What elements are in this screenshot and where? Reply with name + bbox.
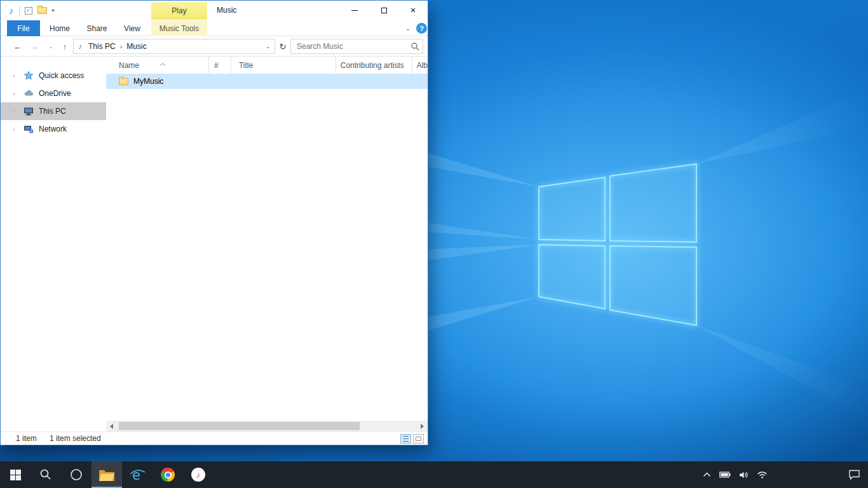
minimize-icon	[351, 10, 358, 11]
start-button[interactable]	[0, 461, 31, 488]
action-center-button[interactable]	[848, 461, 860, 488]
cloud-icon	[24, 88, 34, 98]
sidebar-item-quick-access[interactable]: › Quick access	[1, 67, 106, 85]
customize-toolbar-chevron-icon[interactable]: ▾	[52, 8, 55, 13]
refresh-button[interactable]: ↻	[276, 36, 289, 57]
file-row-mymusic[interactable]: MyMusic	[106, 74, 428, 89]
taskbar-search-button[interactable]	[31, 461, 61, 488]
scroll-right-icon	[421, 424, 424, 429]
horizontal-scrollbar[interactable]	[106, 421, 428, 431]
folder-icon	[119, 78, 128, 85]
music-folder-icon: ♪	[78, 42, 82, 51]
wifi-icon[interactable]	[757, 471, 768, 478]
screen: ♪ ✓ ▾ Play Music ✕ File Home Share View …	[0, 0, 868, 488]
minimize-button[interactable]	[340, 1, 369, 20]
file-explorer-window: ♪ ✓ ▾ Play Music ✕ File Home Share View …	[0, 0, 428, 445]
battery-icon[interactable]	[719, 471, 731, 478]
music-note-icon: ♪	[9, 6, 14, 15]
hidden-icons-chevron-icon[interactable]	[703, 472, 711, 477]
action-center-icon	[848, 470, 860, 480]
network-icon	[24, 124, 34, 134]
column-header-album[interactable]: Alb	[412, 57, 428, 74]
title-bar[interactable]: ♪ ✓ ▾ Play Music ✕	[1, 1, 428, 20]
navigation-pane: › Quick access › OneDrive ›	[1, 57, 106, 421]
tab-view[interactable]: View	[119, 20, 146, 36]
search-input[interactable]	[291, 42, 407, 51]
chrome-core	[166, 473, 170, 477]
navigation-bar: ← → ⌄ ↑ ♪ This PC › Music ⌄ ↻	[1, 36, 428, 57]
window-title: Music	[217, 1, 236, 20]
tab-share[interactable]: Share	[83, 20, 111, 36]
breadcrumb-this-pc[interactable]: This PC	[85, 39, 119, 53]
expand-chevron-icon[interactable]: ›	[13, 108, 15, 115]
expand-ribbon-chevron-icon[interactable]: ⌄	[402, 20, 414, 36]
sidebar-item-label: This PC	[39, 107, 66, 116]
computer-icon	[24, 106, 34, 116]
breadcrumb-music[interactable]: Music	[123, 39, 149, 53]
search-icon[interactable]	[407, 43, 423, 51]
large-icons-view-icon	[416, 437, 421, 441]
expand-chevron-icon[interactable]: ›	[13, 90, 15, 97]
column-header-name[interactable]: Name	[106, 57, 209, 74]
sidebar-item-onedrive[interactable]: › OneDrive	[1, 85, 106, 102]
new-folder-icon[interactable]	[37, 7, 47, 14]
status-bar: 1 item 1 item selected	[1, 431, 428, 445]
column-headers: Name # Title Contributing artists Alb	[106, 57, 428, 74]
scroll-left-icon	[110, 424, 113, 429]
volume-icon[interactable]	[739, 471, 749, 479]
details-view-icon	[403, 436, 409, 442]
scrollbar-thumb[interactable]	[119, 422, 360, 430]
maximize-icon	[381, 8, 387, 13]
properties-icon[interactable]: ✓	[25, 7, 32, 15]
sidebar-item-label: Network	[39, 125, 67, 133]
file-name: MyMusic	[133, 77, 163, 86]
scroll-left-button[interactable]	[106, 421, 117, 431]
internet-explorer-button[interactable]: e	[122, 461, 153, 488]
itunes-button[interactable]: ♪	[183, 461, 214, 488]
forward-button[interactable]: →	[27, 36, 41, 57]
cortana-button[interactable]	[61, 461, 92, 488]
check-icon: ✓	[26, 8, 31, 13]
tab-home[interactable]: Home	[46, 20, 73, 36]
contextual-group-chip: Play	[151, 2, 207, 20]
up-button[interactable]: ↑	[58, 36, 71, 57]
back-button[interactable]: ←	[11, 36, 25, 57]
maximize-button[interactable]	[369, 1, 398, 20]
help-button[interactable]: ?	[416, 23, 427, 34]
toolbar-separator	[19, 6, 20, 15]
cortana-icon	[70, 468, 83, 481]
music-app-icon: ♪	[191, 468, 205, 482]
search-icon	[39, 468, 52, 481]
sort-ascending-icon	[159, 57, 166, 69]
music-note-icon: ♪	[196, 471, 201, 479]
file-list: Name # Title Contributing artists Alb My…	[106, 57, 428, 421]
recent-locations-chevron-icon[interactable]: ⌄	[45, 36, 57, 57]
close-button[interactable]: ✕	[398, 1, 428, 20]
search-box[interactable]	[290, 39, 423, 54]
expand-chevron-icon[interactable]: ›	[13, 126, 15, 133]
chrome-ring	[165, 471, 172, 478]
window-controls: ✕	[340, 1, 428, 20]
address-bar[interactable]: ♪ This PC › Music ⌄	[73, 39, 275, 54]
taskbar-file-explorer-button[interactable]	[92, 461, 122, 488]
item-count: 1 item	[16, 432, 37, 445]
tab-music-tools[interactable]: Music Tools	[151, 20, 207, 36]
chrome-button[interactable]	[153, 461, 183, 488]
sidebar-item-this-pc[interactable]: › This PC	[1, 102, 106, 120]
internet-explorer-icon: e	[129, 466, 146, 483]
tab-file[interactable]: File	[7, 20, 40, 36]
sidebar-item-network[interactable]: › Network	[1, 120, 106, 138]
selection-count: 1 item selected	[50, 432, 101, 445]
quick-access-toolbar: ♪ ✓ ▾	[9, 1, 55, 20]
details-view-button[interactable]	[400, 434, 411, 444]
windows-logo-icon	[10, 470, 21, 480]
expand-chevron-icon[interactable]: ›	[13, 72, 15, 79]
column-header-title[interactable]: Title	[231, 57, 336, 74]
address-dropdown-chevron-icon[interactable]: ⌄	[262, 43, 275, 50]
file-explorer-icon	[98, 468, 115, 482]
column-header-contributing-artists[interactable]: Contributing artists	[336, 57, 412, 74]
scroll-right-button[interactable]	[417, 421, 428, 431]
column-header-number[interactable]: #	[209, 57, 231, 74]
breadcrumb-chevron-icon[interactable]: ›	[119, 43, 124, 50]
large-icons-view-button[interactable]	[413, 434, 424, 444]
